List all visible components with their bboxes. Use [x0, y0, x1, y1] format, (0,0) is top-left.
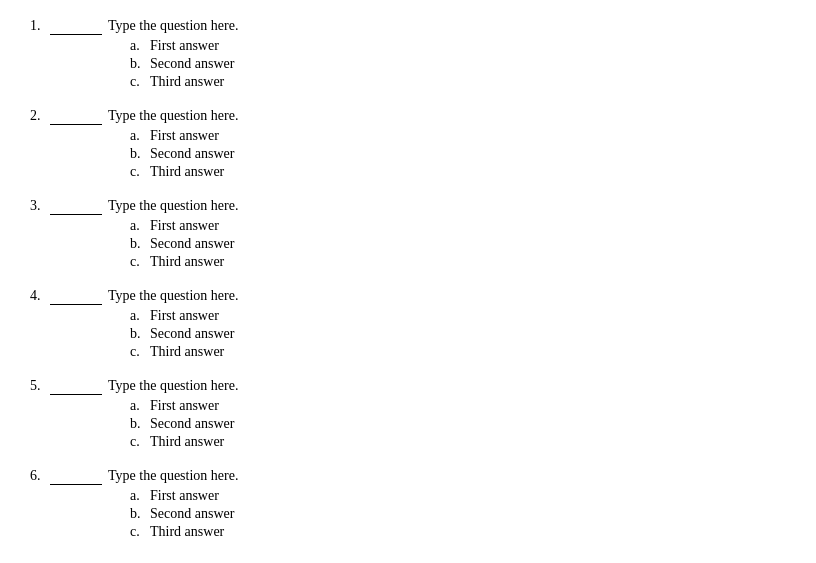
question-number-1: 1. — [30, 18, 50, 34]
answer-list-6: a.First answerb.Second answerc.Third ans… — [130, 488, 786, 540]
question-line-5: 5. Type the question here. — [30, 378, 786, 395]
question-number-2: 2. — [30, 108, 50, 124]
question-block-3: 3. Type the question here.a.First answer… — [30, 198, 786, 270]
answer-label-4-2: b. — [130, 326, 150, 342]
answer-text-6-2: Second answer — [150, 506, 234, 522]
answer-label-4-3: c. — [130, 344, 150, 360]
answer-item-3-3: c.Third answer — [130, 254, 786, 270]
answer-item-5-2: b.Second answer — [130, 416, 786, 432]
question-line-6: 6. Type the question here. — [30, 468, 786, 485]
question-number-6: 6. — [30, 468, 50, 484]
answer-label-2-3: c. — [130, 164, 150, 180]
answer-item-3-1: a.First answer — [130, 218, 786, 234]
question-number-5: 5. — [30, 378, 50, 394]
answer-item-1-2: b.Second answer — [130, 56, 786, 72]
answer-text-6-3: Third answer — [150, 524, 224, 540]
answer-text-1-2: Second answer — [150, 56, 234, 72]
answer-list-3: a.First answerb.Second answerc.Third ans… — [130, 218, 786, 270]
answer-item-4-2: b.Second answer — [130, 326, 786, 342]
questions-container: 1. Type the question here.a.First answer… — [30, 18, 786, 540]
answer-text-4-2: Second answer — [150, 326, 234, 342]
answer-list-5: a.First answerb.Second answerc.Third ans… — [130, 398, 786, 450]
answer-item-2-2: b.Second answer — [130, 146, 786, 162]
answer-text-5-2: Second answer — [150, 416, 234, 432]
question-blank-1 — [50, 18, 102, 35]
answer-list-4: a.First answerb.Second answerc.Third ans… — [130, 308, 786, 360]
answer-label-6-2: b. — [130, 506, 150, 522]
question-block-2: 2. Type the question here.a.First answer… — [30, 108, 786, 180]
answer-text-3-1: First answer — [150, 218, 219, 234]
answer-item-6-2: b.Second answer — [130, 506, 786, 522]
answer-text-4-1: First answer — [150, 308, 219, 324]
answer-label-3-3: c. — [130, 254, 150, 270]
question-line-1: 1. Type the question here. — [30, 18, 786, 35]
question-block-5: 5. Type the question here.a.First answer… — [30, 378, 786, 450]
answer-item-5-3: c.Third answer — [130, 434, 786, 450]
answer-label-2-1: a. — [130, 128, 150, 144]
question-blank-4 — [50, 288, 102, 305]
answer-text-3-3: Third answer — [150, 254, 224, 270]
question-blank-6 — [50, 468, 102, 485]
answer-item-2-1: a.First answer — [130, 128, 786, 144]
question-number-4: 4. — [30, 288, 50, 304]
answer-label-6-3: c. — [130, 524, 150, 540]
answer-label-2-2: b. — [130, 146, 150, 162]
answer-text-3-2: Second answer — [150, 236, 234, 252]
answer-item-1-1: a.First answer — [130, 38, 786, 54]
answer-item-6-1: a.First answer — [130, 488, 786, 504]
answer-label-1-2: b. — [130, 56, 150, 72]
question-block-6: 6. Type the question here.a.First answer… — [30, 468, 786, 540]
question-text-1: Type the question here. — [108, 18, 238, 34]
answer-text-1-3: Third answer — [150, 74, 224, 90]
answer-item-4-3: c.Third answer — [130, 344, 786, 360]
answer-label-3-2: b. — [130, 236, 150, 252]
answer-text-1-1: First answer — [150, 38, 219, 54]
answer-label-1-3: c. — [130, 74, 150, 90]
question-text-5: Type the question here. — [108, 378, 238, 394]
question-blank-5 — [50, 378, 102, 395]
question-line-4: 4. Type the question here. — [30, 288, 786, 305]
question-line-3: 3. Type the question here. — [30, 198, 786, 215]
answer-list-1: a.First answerb.Second answerc.Third ans… — [130, 38, 786, 90]
answer-item-6-3: c.Third answer — [130, 524, 786, 540]
answer-text-2-2: Second answer — [150, 146, 234, 162]
question-text-2: Type the question here. — [108, 108, 238, 124]
answer-item-1-3: c.Third answer — [130, 74, 786, 90]
answer-item-3-2: b.Second answer — [130, 236, 786, 252]
answer-text-5-1: First answer — [150, 398, 219, 414]
answer-text-6-1: First answer — [150, 488, 219, 504]
answer-label-5-3: c. — [130, 434, 150, 450]
answer-label-6-1: a. — [130, 488, 150, 504]
answer-label-5-2: b. — [130, 416, 150, 432]
question-text-4: Type the question here. — [108, 288, 238, 304]
question-text-3: Type the question here. — [108, 198, 238, 214]
question-blank-3 — [50, 198, 102, 215]
answer-item-4-1: a.First answer — [130, 308, 786, 324]
question-number-3: 3. — [30, 198, 50, 214]
answer-label-4-1: a. — [130, 308, 150, 324]
question-blank-2 — [50, 108, 102, 125]
answer-item-2-3: c.Third answer — [130, 164, 786, 180]
question-block-4: 4. Type the question here.a.First answer… — [30, 288, 786, 360]
question-line-2: 2. Type the question here. — [30, 108, 786, 125]
answer-item-5-1: a.First answer — [130, 398, 786, 414]
question-block-1: 1. Type the question here.a.First answer… — [30, 18, 786, 90]
answer-text-5-3: Third answer — [150, 434, 224, 450]
answer-label-5-1: a. — [130, 398, 150, 414]
answer-list-2: a.First answerb.Second answerc.Third ans… — [130, 128, 786, 180]
answer-text-4-3: Third answer — [150, 344, 224, 360]
answer-text-2-1: First answer — [150, 128, 219, 144]
answer-label-3-1: a. — [130, 218, 150, 234]
answer-label-1-1: a. — [130, 38, 150, 54]
question-text-6: Type the question here. — [108, 468, 238, 484]
answer-text-2-3: Third answer — [150, 164, 224, 180]
